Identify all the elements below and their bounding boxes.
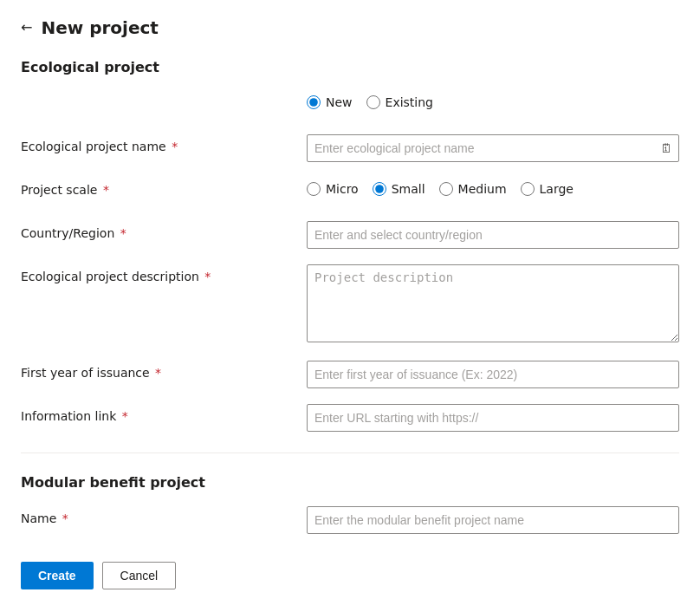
info-link-label: Information link * (21, 404, 307, 423)
modular-section-title: Modular benefit project (21, 474, 679, 491)
project-scale-row: Project scale * Micro Small Medium Larg (21, 178, 679, 205)
new-existing-row: New Existing (21, 91, 679, 119)
radio-large[interactable]: Large (521, 182, 574, 196)
modular-name-row: Name * (21, 506, 679, 534)
new-existing-radio-group: New Existing (307, 91, 679, 109)
country-region-label: Country/Region * (21, 221, 307, 240)
first-year-wrap (307, 361, 679, 388)
create-button[interactable]: Create (21, 562, 94, 589)
modular-name-input[interactable] (307, 506, 679, 534)
page-title: New project (41, 17, 159, 38)
page-container: ← New project Ecological project New Exi… (0, 0, 700, 599)
radio-large-label: Large (540, 182, 574, 196)
first-year-row: First year of issuance * (21, 361, 679, 388)
radio-micro-label: Micro (326, 182, 359, 196)
new-existing-label (21, 91, 307, 96)
ecological-section: Ecological project New Existing Ecologic… (21, 59, 679, 432)
radio-micro[interactable]: Micro (307, 182, 359, 196)
required-indicator: * (201, 270, 211, 283)
radio-existing[interactable]: Existing (366, 95, 433, 109)
scale-radio-group: Micro Small Medium Large (307, 178, 679, 196)
button-row: Create Cancel (21, 562, 679, 589)
modular-name-label: Name * (21, 506, 307, 525)
radio-small-label: Small (392, 182, 425, 196)
section-divider (21, 453, 679, 453)
modular-section: Modular benefit project Name * (21, 474, 679, 534)
info-link-input[interactable] (307, 404, 679, 432)
modular-name-wrap (307, 506, 679, 534)
required-indicator: * (152, 366, 161, 380)
required-indicator: * (116, 226, 126, 240)
first-year-label: First year of issuance * (21, 361, 307, 380)
eco-description-label: Ecological project description * (21, 264, 307, 283)
info-link-row: Information link * (21, 404, 679, 432)
radio-existing-label: Existing (386, 95, 433, 109)
page-header: ← New project (21, 17, 679, 38)
cancel-button[interactable]: Cancel (102, 562, 177, 589)
country-region-wrap (307, 221, 679, 249)
eco-name-row: Ecological project name * 🗓 (21, 134, 679, 162)
radio-new[interactable]: New (307, 95, 353, 109)
eco-name-label: Ecological project name * (21, 134, 307, 153)
eco-description-wrap (307, 264, 679, 345)
radio-new-label: New (326, 95, 353, 109)
back-button[interactable]: ← (21, 21, 32, 35)
eco-description-row: Ecological project description * (21, 264, 679, 345)
required-indicator: * (58, 511, 68, 525)
radio-small[interactable]: Small (373, 182, 425, 196)
required-indicator: * (99, 183, 108, 197)
info-link-wrap (307, 404, 679, 432)
radio-medium-label: Medium (458, 182, 507, 196)
eco-name-input[interactable] (307, 134, 679, 162)
required-indicator: * (168, 140, 178, 153)
eco-description-input[interactable] (307, 264, 679, 342)
country-region-input[interactable] (307, 221, 679, 249)
required-indicator: * (118, 409, 127, 423)
ecological-section-title: Ecological project (21, 59, 679, 75)
radio-medium[interactable]: Medium (439, 182, 507, 196)
eco-name-wrap: 🗓 (307, 134, 679, 162)
project-scale-label: Project scale * (21, 178, 307, 197)
first-year-input[interactable] (307, 361, 679, 388)
country-region-row: Country/Region * (21, 221, 679, 249)
